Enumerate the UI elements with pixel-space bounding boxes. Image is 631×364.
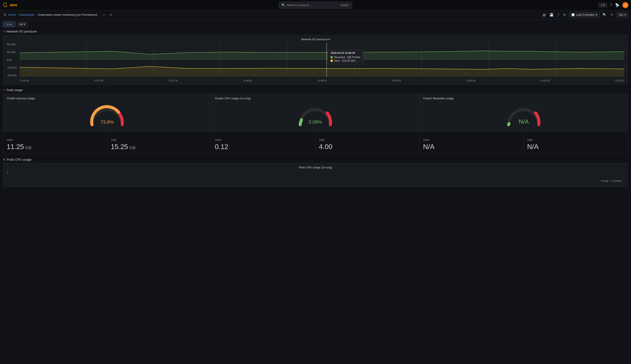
breadcrumb-dashboards[interactable]: Dashboards	[20, 13, 35, 16]
x-label-7: 13:50:30	[541, 79, 550, 82]
menu-icon[interactable]: ☰	[3, 12, 7, 18]
legend-avg-dot	[601, 181, 603, 181]
chart-svg-container	[20, 43, 624, 77]
star-icon[interactable]: ☆	[102, 12, 106, 18]
total-usage-header[interactable]: ∨ Total usage	[3, 88, 628, 92]
sub-stat-value-4: N/A	[423, 143, 520, 151]
network-chart-area: 400 kB/s 200 kB/s 0 B/s -200 kB/s -400 k…	[7, 43, 624, 82]
breadcrumb-home[interactable]: Home	[9, 13, 16, 16]
filesystem-card-title: Cluster filesystem usage	[423, 97, 624, 100]
avatar[interactable]: A	[622, 2, 628, 8]
memory-card-title: Cluster memory usage	[7, 97, 208, 100]
x-label-4: 13:48:30	[317, 79, 327, 82]
sub-stat-label-4: Used	[423, 138, 520, 142]
x-axis-labels: 13:46:30 13:47:00 13:47:30 13:48:00 13:4…	[20, 79, 624, 82]
time-range-label: Last 5 minutes	[576, 13, 594, 16]
cpu-gauge-svg: 3.08%	[294, 102, 337, 128]
network-chart-panel: Network I/O pressure ▾ 400 kB/s 200 kB/s…	[3, 35, 628, 85]
help-circle-icon[interactable]: ?	[557, 12, 560, 18]
y-axis-labels: 400 kB/s 200 kB/s 0 B/s -200 kB/s -400 k…	[7, 43, 19, 77]
time-range-picker[interactable]: 🕐 Last 5 minutes ▾	[569, 12, 599, 18]
filesystem-gauge-container: N/A	[423, 102, 624, 128]
node-filter-button[interactable]: Node	[3, 22, 15, 27]
search-shortcut: cmd+k	[340, 4, 349, 7]
total-usage-chevron: ∨	[3, 88, 5, 92]
svg-text:3.08%: 3.08%	[309, 119, 322, 125]
y-label-3: -200 kB/s	[7, 66, 18, 69]
breadcrumb-sep-2: ›	[36, 13, 37, 16]
sub-stat-label-3: Total	[319, 138, 416, 142]
stats-grid: Cluster memory usage 73.8% Cluster CPU u…	[3, 94, 628, 132]
sub-stat-label-5: Total	[527, 138, 624, 142]
breadcrumb-current: Kubernetes cluster monitoring (via Prome…	[38, 13, 97, 16]
memory-gauge-container: 73.8%	[7, 102, 208, 128]
sub-stat-1: Total 15.25 GiB	[107, 136, 211, 154]
sub-stat-0: Used 11.25 GiB	[3, 136, 107, 154]
x-label-1: 13:47:00	[94, 79, 103, 82]
legend-avg-label: avg	[604, 180, 608, 182]
all-filter-dropdown[interactable]: All ▾	[17, 22, 27, 27]
sub-stat-label-1: Total	[111, 138, 208, 142]
topbar: aws 🔍 Search or jump to... cmd+k + ▾ ? 📡…	[0, 0, 631, 10]
add-button[interactable]: + ▾	[598, 2, 607, 8]
sub-stat-3: Total 4.00	[316, 136, 420, 154]
sub-stats: Used 11.25 GiB Total 15.25 GiB Used 0.12…	[3, 136, 628, 154]
main-content: Node All ▾ ∨ Network I/O pressure Networ…	[0, 20, 631, 189]
y-label-2: 0 B/s	[7, 58, 18, 61]
legend-current[interactable]: current	[611, 180, 621, 182]
legend-avg[interactable]: avg	[601, 180, 608, 182]
memory-gauge-svg: 73.8%	[86, 102, 129, 128]
refresh-rate[interactable]: 10s ▾	[616, 12, 628, 18]
sub-stat-label-0: Used	[7, 138, 104, 142]
filesystem-gauge-svg: N/A	[502, 102, 545, 128]
breadcrumb: Home › Dashboards › Kubernetes cluster m…	[9, 13, 97, 16]
sub-stat-5: Total N/A	[524, 136, 628, 154]
refresh-icon[interactable]: ↻	[610, 12, 614, 18]
sub-stat-2: Used 0.12	[211, 136, 316, 154]
network-chart-title: Network I/O pressure ▾	[7, 38, 624, 41]
y-label-4: -400 kB/s	[7, 74, 18, 77]
subnav-icons: ☆ ⇥	[102, 12, 113, 18]
settings-icon[interactable]: ⚙	[562, 12, 567, 18]
aws-logo: aws	[3, 2, 17, 8]
subnav: ☰ Home › Dashboards › Kubernetes cluster…	[0, 10, 631, 20]
x-label-5: 13:49:30	[392, 79, 401, 82]
filter-bar: Node All ▾	[3, 22, 628, 27]
search-bar[interactable]: 🔍 Search or jump to... cmd+k	[279, 2, 352, 8]
cpu-card: Cluster CPU usage (1m avg) 3.08%	[211, 94, 420, 132]
network-section-title: Network I/O pressure	[6, 30, 37, 33]
network-chart-svg	[20, 43, 624, 77]
sub-stat-value-3: 4.00	[319, 143, 416, 151]
cpu-card-title: Cluster CPU usage (1m avg)	[215, 97, 416, 100]
zoom-out-icon[interactable]: 🔍	[602, 12, 607, 18]
cpu-gauge-container: 3.08%	[215, 102, 416, 128]
svg-text:73.8%: 73.8%	[101, 119, 114, 125]
bar-chart-icon[interactable]: ▦	[542, 12, 546, 18]
pods-svg	[11, 171, 624, 180]
network-chevron: ∨	[3, 30, 5, 33]
share-icon[interactable]: ⇥	[108, 12, 113, 18]
x-label-8: 13:51:00	[615, 79, 624, 82]
y-label-1: 200 kB/s	[7, 51, 18, 54]
pods-y-label: 1	[7, 171, 8, 174]
pods-legend: avg current	[601, 180, 621, 182]
sub-stat-value-2: 0.12	[215, 143, 312, 151]
help-icon[interactable]: ?	[610, 3, 612, 7]
search-icon: 🔍	[282, 4, 285, 7]
pods-chart-inner	[11, 171, 624, 180]
save-icon[interactable]: 💾	[549, 12, 554, 18]
search-placeholder: Search or jump to...	[287, 4, 311, 7]
sub-stat-value-0: 11.25 GiB	[7, 143, 104, 151]
notification-icon[interactable]: 📡	[615, 3, 619, 7]
topbar-right: + ▾ ? 📡 A	[598, 2, 629, 8]
legend-current-dot	[611, 181, 612, 181]
pods-section-header[interactable]: ∨ Pods CPU usage	[3, 158, 628, 161]
subnav-right: ▦ 💾 ? ⚙ 🕐 Last 5 minutes ▾ 🔍 ↻ 10s ▾	[542, 12, 628, 18]
sub-stat-value-5: N/A	[527, 143, 624, 151]
x-label-6: 13:50:00	[466, 79, 475, 82]
x-label-0: 13:46:30	[20, 79, 29, 82]
sub-stat-label-2: Used	[215, 138, 312, 142]
memory-card: Cluster memory usage 73.8%	[3, 94, 211, 132]
network-section-header[interactable]: ∨ Network I/O pressure	[3, 30, 628, 33]
svg-text:N/A: N/A	[519, 118, 529, 125]
